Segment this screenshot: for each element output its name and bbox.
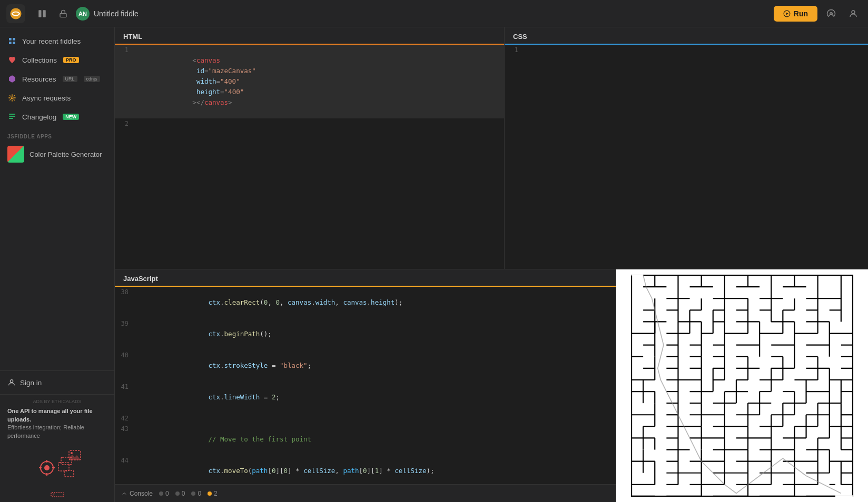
topbar: AN Untitled fiddle Run xyxy=(0,0,868,27)
logo[interactable] xyxy=(6,4,25,23)
fiddle-title-area: AN Untitled fiddle xyxy=(76,7,770,21)
svg-point-15 xyxy=(10,380,13,383)
js-line-41: 41 ctx.lineWidth = 2; xyxy=(115,381,616,413)
sidebar-item-resources[interactable]: Resources URL cdnjs xyxy=(0,69,114,88)
css-editor-body[interactable]: 1 xyxy=(505,45,868,269)
svg-rect-1 xyxy=(43,10,46,17)
svg-text:F: F xyxy=(53,493,55,497)
svg-rect-14 xyxy=(9,118,13,119)
js-line-40: 40 ctx.strokeStyle = "black"; xyxy=(115,350,616,381)
cdnjs-badge: cdnjs xyxy=(84,76,100,82)
sidebar-item-collections[interactable]: Collections PRO xyxy=(0,51,114,69)
console-indicator-2: 0 xyxy=(175,490,185,497)
save-icon xyxy=(826,9,836,18)
svg-rect-22 xyxy=(58,463,69,471)
sidebar-item-label: Your recent fiddles xyxy=(22,37,81,45)
console-label[interactable]: Console xyxy=(121,490,153,497)
console-indicator-4: 2 xyxy=(208,490,218,497)
sidebar-nav: Your recent fiddles Collections PRO Reso… xyxy=(0,27,114,370)
person-icon xyxy=(7,378,16,387)
sidebar-bottom: Sign in xyxy=(0,370,114,394)
svg-rect-0 xyxy=(38,10,41,17)
css-line-1: 1 xyxy=(505,45,868,55)
sidebar-item-changelog[interactable]: Changelog NEW xyxy=(0,107,114,126)
lock-icon xyxy=(55,5,72,22)
sidebar-item-recent-fiddles[interactable]: Your recent fiddles xyxy=(0,32,114,51)
svg-point-11 xyxy=(11,97,13,99)
svg-rect-12 xyxy=(9,114,15,115)
ads-visual xyxy=(7,444,107,481)
sidebar-item-label: Changelog xyxy=(22,113,56,121)
js-line-42: 42 xyxy=(115,413,616,424)
svg-point-17 xyxy=(44,465,50,470)
svg-rect-8 xyxy=(13,38,15,41)
content-area: HTML 1 <canvas id="mazeCanvas" width="40… xyxy=(115,27,868,502)
chevron-up-icon xyxy=(121,490,127,497)
app-icon xyxy=(7,146,24,163)
js-editor-body[interactable]: 38 ctx.clearRect(0, 0, canvas.width, can… xyxy=(115,287,616,484)
html-editor-body[interactable]: 1 <canvas id="mazeCanvas" width="400" he… xyxy=(115,45,504,269)
preview-panel xyxy=(616,269,868,502)
console-indicator-3: 0 xyxy=(191,490,201,497)
svg-rect-29 xyxy=(632,275,853,496)
sidebar: Your recent fiddles Collections PRO Reso… xyxy=(0,27,115,502)
html-line-2: 2 xyxy=(115,118,504,129)
avatar: AN xyxy=(76,7,90,21)
sidebar-item-label: Collections xyxy=(22,56,57,64)
svg-point-6 xyxy=(852,11,855,14)
maze-svg xyxy=(616,269,868,502)
js-line-44: 44 ctx.moveTo(path[0][0] * cellSize, pat… xyxy=(115,455,616,484)
box-icon xyxy=(7,74,17,84)
run-button[interactable]: Run xyxy=(774,6,817,22)
js-line-39: 39 ctx.beginPath(); xyxy=(115,318,616,350)
sign-in-button[interactable]: Sign in xyxy=(7,376,107,389)
js-editor-panel: JavaScript 38 ctx.clearRect(0, 0, canvas… xyxy=(115,269,616,502)
html-line-1: 1 <canvas id="mazeCanvas" width="400" he… xyxy=(115,45,504,118)
ads-section: ADS BY ETHICALADS One API to manage all … xyxy=(0,394,114,502)
fiddle-title[interactable]: Untitled fiddle xyxy=(94,9,139,18)
run-icon xyxy=(783,10,791,17)
svg-rect-10 xyxy=(13,42,15,44)
grid-icon xyxy=(7,36,17,46)
main-layout: Your recent fiddles Collections PRO Reso… xyxy=(0,27,868,502)
new-badge: NEW xyxy=(63,114,79,120)
js-line-38: 38 ctx.clearRect(0, 0, canvas.width, can… xyxy=(115,287,616,318)
sidebar-item-color-palette[interactable]: Color Palette Generator xyxy=(0,142,114,167)
svg-rect-13 xyxy=(9,116,15,117)
sidebar-item-label: Resources xyxy=(22,75,56,83)
topbar-right: Run xyxy=(774,5,862,22)
user-button[interactable] xyxy=(845,5,862,22)
svg-rect-2 xyxy=(60,13,66,17)
svg-rect-7 xyxy=(9,38,12,41)
console-indicator-1: 0 xyxy=(159,490,169,497)
svg-point-26 xyxy=(71,452,73,454)
async-icon xyxy=(7,93,17,103)
editors-top: HTML 1 <canvas id="mazeCanvas" width="40… xyxy=(115,27,868,269)
save-button[interactable] xyxy=(823,5,840,22)
css-editor-panel: CSS 1 xyxy=(505,27,868,269)
panel-toggle-button[interactable] xyxy=(34,5,51,22)
ads-label: ADS BY ETHICALADS xyxy=(7,399,107,404)
apps-section-label: JSFIDDLE APPS xyxy=(0,126,114,142)
app-label: Color Palette Generator xyxy=(29,150,102,158)
js-line-43: 43 // Move to the first point xyxy=(115,424,616,455)
pro-badge: PRO xyxy=(63,57,79,63)
user-icon xyxy=(849,9,858,18)
sidebar-item-async[interactable]: Async requests xyxy=(0,88,114,107)
svg-marker-4 xyxy=(786,12,788,15)
changelog-icon xyxy=(7,112,17,122)
editors-bottom: JavaScript 38 ctx.clearRect(0, 0, canvas… xyxy=(115,269,868,502)
url-badge: URL xyxy=(63,76,77,82)
sidebar-item-label: Async requests xyxy=(22,94,71,102)
ads-text: One API to manage all your file uploads.… xyxy=(7,407,107,440)
svg-rect-9 xyxy=(9,42,12,44)
console-bar: Console 0 0 0 2 xyxy=(115,484,616,502)
css-editor-title: CSS xyxy=(505,27,868,45)
svg-rect-24 xyxy=(64,470,74,477)
ads-icon-bottom: F xyxy=(7,483,107,498)
heart-icon xyxy=(7,55,17,65)
html-editor-title: HTML xyxy=(115,27,504,45)
html-editor-panel: HTML 1 <canvas id="mazeCanvas" width="40… xyxy=(115,27,505,269)
js-editor-title: JavaScript xyxy=(115,269,616,287)
